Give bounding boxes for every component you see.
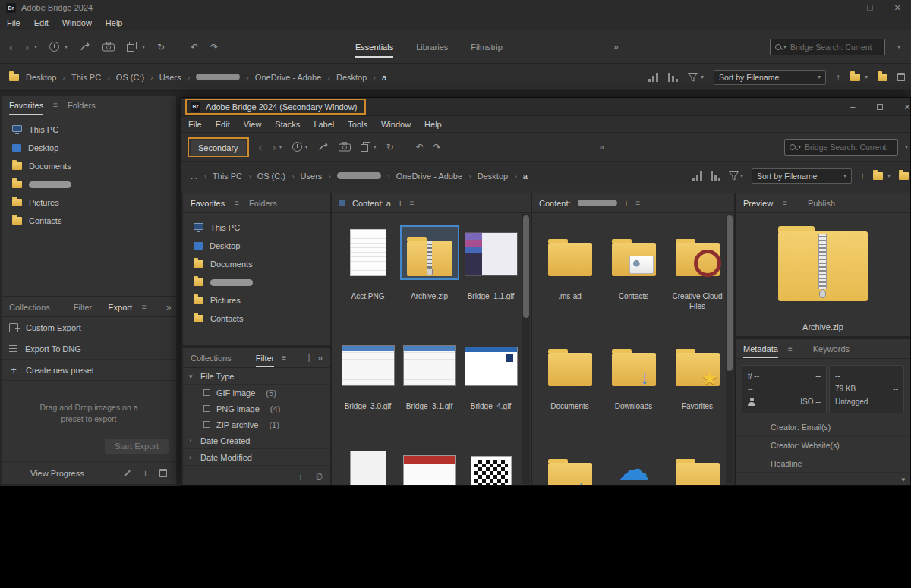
menu-item[interactable]: Stacks (268, 120, 307, 129)
panel-menu-icon[interactable]: ≡ (636, 199, 641, 207)
filter-funnel-icon[interactable] (729, 171, 739, 181)
minimize-button[interactable]: – (829, 0, 856, 15)
chevron-down-icon[interactable]: ▾ (701, 74, 704, 80)
file-tile[interactable] (338, 445, 398, 485)
camera-icon[interactable] (102, 42, 115, 52)
sort-ascending-icon[interactable] (648, 73, 658, 82)
workspace-tab[interactable]: Filmstrip (471, 42, 503, 52)
menu-item[interactable]: Edit (27, 18, 55, 27)
refresh-icon[interactable]: ↻ (157, 42, 165, 52)
panel-menu-icon[interactable]: ≡ (282, 354, 286, 362)
favorites-item[interactable]: Pictures (2, 193, 176, 212)
menu-item[interactable]: Window (55, 18, 99, 27)
breadcrumb-item[interactable]: Desktop › (26, 73, 65, 82)
forward-icon[interactable]: › (25, 40, 29, 53)
folder-tile[interactable]: .ms-ad (540, 225, 600, 323)
redo-icon[interactable]: ↷ (433, 142, 441, 153)
breadcrumb-item[interactable]: › (196, 73, 249, 82)
chevron-down-icon[interactable]: ▾ (740, 172, 743, 179)
chevron-down-icon[interactable]: ▾ (865, 74, 868, 80)
start-export-button[interactable]: Start Export (105, 439, 169, 454)
breadcrumb-item[interactable]: a › (523, 171, 528, 181)
back-icon[interactable]: ‹ (9, 40, 13, 53)
checkbox[interactable] (203, 421, 210, 428)
delete-icon[interactable] (897, 73, 905, 81)
export-preset-item[interactable]: Create new preset (2, 360, 176, 381)
back-icon[interactable]: ‹ (259, 140, 263, 153)
scrollbar[interactable] (522, 214, 530, 484)
maximize-button[interactable] (856, 0, 884, 15)
chevron-down-icon[interactable]: ▾ (897, 43, 900, 50)
workspace-overflow-icon[interactable]: » (613, 42, 619, 52)
export-preset-item[interactable]: Export To DNG (2, 338, 176, 360)
add-preset-icon[interactable]: + (143, 468, 148, 479)
view-progress-link[interactable]: View Progress (30, 469, 84, 478)
filter-group-file-type[interactable]: ▾ File Type (183, 368, 330, 385)
export-preset-item[interactable]: Custom Export (2, 317, 176, 338)
sort-by-dropdown[interactable]: Sort by Filename ▾ (752, 168, 852, 184)
menu-item[interactable]: Window (374, 120, 418, 129)
sort-descending-icon[interactable] (668, 73, 678, 82)
breadcrumb-item[interactable]: OneDrive - Adobe › (396, 171, 471, 181)
chevron-down-icon[interactable]: ▾ (65, 43, 68, 50)
chevron-down-icon[interactable]: ▾ (279, 143, 282, 150)
bridge-search-input[interactable]: ▾ Bridge Search: Current (770, 39, 885, 55)
folder-tile[interactable] (540, 445, 600, 485)
panel-menu-icon[interactable]: ≡ (410, 199, 415, 207)
favorites-item[interactable]: Documents (183, 255, 330, 273)
filter-option[interactable]: GIF image (5) (183, 385, 330, 401)
minimize-button[interactable]: – (839, 98, 866, 115)
menu-item[interactable]: Tools (341, 120, 374, 129)
scroll-down-icon[interactable]: ▾ (901, 476, 905, 483)
tab-collections[interactable]: Collections (191, 354, 232, 363)
chevron-down-icon[interactable]: ▾ (887, 172, 891, 179)
favorites-item[interactable]: Desktop (183, 237, 330, 255)
menu-item[interactable]: File (0, 18, 27, 27)
open-folder-icon[interactable] (899, 172, 909, 180)
metadata-field[interactable]: Creator: Email(s) (736, 418, 910, 436)
filter-group[interactable]: › Date Created (183, 432, 330, 449)
panel-menu-icon[interactable]: ≡ (53, 101, 58, 109)
bridge-search-input[interactable]: ▾ Bridge Search: Current (784, 139, 898, 156)
copy-icon[interactable] (127, 42, 137, 52)
tab-favorites[interactable]: Favorites (191, 199, 225, 208)
scrollbar-thumb[interactable] (727, 215, 733, 371)
close-button[interactable]: × (884, 0, 911, 15)
tab-folders[interactable]: Folders (249, 199, 277, 208)
favorites-item[interactable]: This PC (183, 219, 330, 237)
tab-filter[interactable]: Filter (74, 303, 92, 312)
favorites-item[interactable]: Contacts (183, 310, 330, 328)
breadcrumb-item[interactable]: a › (382, 73, 386, 82)
tab-filter[interactable]: Filter (256, 354, 274, 363)
sort-direction-icon[interactable]: ↑ (836, 72, 840, 83)
filter-group[interactable]: › Date Modified (183, 449, 330, 466)
camera-icon[interactable] (339, 142, 351, 152)
boomerang-icon[interactable] (318, 142, 329, 152)
refresh-icon[interactable]: ↻ (386, 142, 394, 153)
breadcrumb-item[interactable]: Users › (301, 171, 331, 181)
breadcrumb-item[interactable]: OS (C:) › (116, 73, 153, 82)
sort-ascending-icon[interactable] (692, 171, 702, 181)
add-content-pane-icon[interactable]: + (398, 198, 403, 209)
maximize-button[interactable] (866, 98, 894, 115)
breadcrumb-item[interactable]: OneDrive - Adobe › (255, 73, 330, 82)
panel-overflow-icon[interactable]: » (166, 302, 172, 313)
checkbox[interactable] (203, 389, 210, 396)
chevron-down-icon[interactable]: ▾ (305, 143, 308, 150)
close-button[interactable]: × (894, 98, 911, 115)
favorites-item[interactable]: This PC (2, 121, 176, 139)
undo-icon[interactable]: ↶ (416, 142, 424, 153)
edit-preset-icon[interactable] (124, 470, 131, 476)
workspace-tab[interactable]: Essentials (355, 42, 393, 52)
chevron-down-icon[interactable]: ▾ (374, 143, 377, 150)
delete-preset-icon[interactable] (159, 469, 167, 477)
tab-keywords[interactable]: Keywords (813, 344, 850, 354)
menu-item[interactable]: Label (307, 120, 341, 129)
favorites-item[interactable] (2, 175, 176, 193)
menu-item[interactable]: File (181, 120, 209, 129)
chevron-down-icon[interactable]: ▾ (34, 43, 37, 50)
sort-descending-icon[interactable] (711, 171, 720, 181)
menu-item[interactable]: Help (99, 18, 130, 27)
folder-tile[interactable] (667, 445, 727, 485)
new-folder-icon[interactable] (873, 172, 883, 180)
